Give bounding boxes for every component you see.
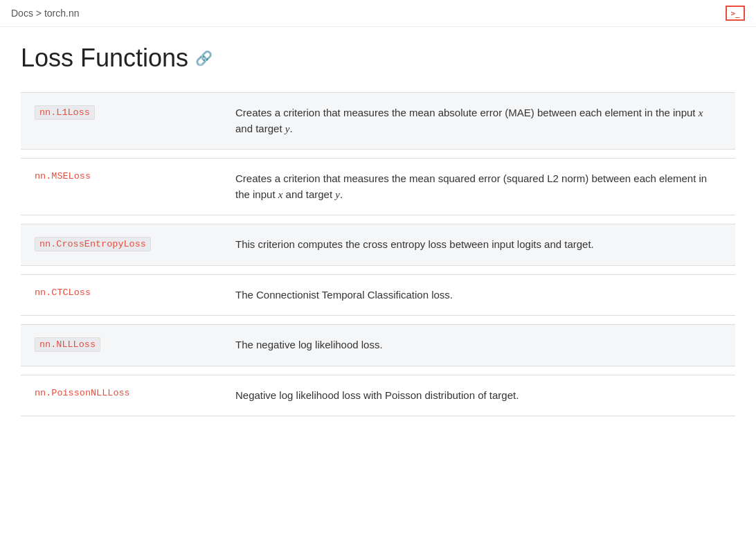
anchor-link-icon[interactable]: 🔗 (195, 50, 213, 66)
spacer (21, 150, 735, 158)
entry-name-cell: nn.NLLLoss (21, 325, 228, 364)
entry-name-link[interactable]: nn.CrossEntropyLoss (35, 237, 151, 251)
spacer (21, 266, 735, 274)
terminal-icon: >_ (730, 9, 739, 18)
entry-row: nn.CrossEntropyLoss This criterion compu… (21, 224, 735, 266)
breadcrumb-separator: > (33, 8, 44, 19)
entry-desc-cell: Negative log likelihood loss with Poisso… (228, 375, 735, 416)
entry-name-cell: nn.L1Loss (21, 93, 228, 132)
page-title: Loss Functions (21, 44, 188, 73)
breadcrumb-module[interactable]: torch.nn (44, 8, 80, 19)
entry-desc-cell: This criterion computes the cross entrop… (228, 224, 735, 265)
entry-row: nn.PoissonNLLLoss Negative log likelihoo… (21, 375, 735, 417)
entry-name-cell: nn.CrossEntropyLoss (21, 224, 228, 264)
spacer (21, 316, 735, 324)
spacer (21, 215, 735, 224)
main-content: Loss Functions 🔗 nn.L1Loss Creates a cri… (0, 27, 756, 433)
entry-name-cell: nn.PoissonNLLLoss (21, 375, 228, 411)
entry-desc-cell: Creates a criterion that measures the me… (228, 93, 735, 149)
entry-name-cell: nn.CTCLoss (21, 275, 228, 310)
entry-desc-cell: The negative log likelihood loss. (228, 325, 735, 366)
entry-desc-cell: Creates a criterion that measures the me… (228, 159, 735, 215)
entry-name-link[interactable]: nn.L1Loss (35, 105, 95, 120)
entry-desc-cell: The Connectionist Temporal Classificatio… (228, 275, 735, 316)
entry-name-link[interactable]: nn.PoissonNLLLoss (35, 388, 130, 398)
terminal-button[interactable]: >_ (726, 6, 745, 21)
entries-list: nn.L1Loss Creates a criterion that measu… (21, 92, 735, 416)
entry-row: nn.L1Loss Creates a criterion that measu… (21, 92, 735, 150)
entry-row: nn.CTCLoss The Connectionist Temporal Cl… (21, 274, 735, 317)
top-bar: Docs > torch.nn >_ (0, 0, 756, 27)
breadcrumb-docs[interactable]: Docs (11, 8, 33, 19)
entry-row: nn.MSELoss Creates a criterion that meas… (21, 158, 735, 215)
spacer (21, 366, 735, 375)
entry-name-link[interactable]: nn.NLLLoss (35, 337, 100, 352)
entry-row: nn.NLLLoss The negative log likelihood l… (21, 324, 735, 366)
entry-name-link[interactable]: nn.CTCLoss (35, 287, 91, 298)
entry-name-cell: nn.MSELoss (21, 159, 228, 194)
breadcrumb: Docs > torch.nn (11, 8, 79, 19)
entry-name-link[interactable]: nn.MSELoss (35, 171, 91, 181)
page-title-row: Loss Functions 🔗 (21, 44, 735, 73)
